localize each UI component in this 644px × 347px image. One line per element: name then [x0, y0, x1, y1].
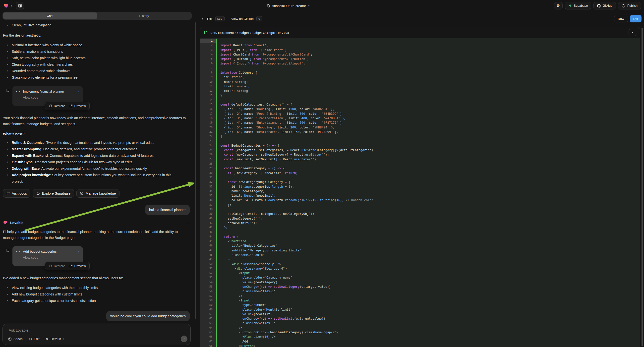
message-menu-button[interactable]: ··· [184, 220, 190, 225]
publish-button[interactable]: Publish [618, 2, 641, 10]
restore-button[interactable]: Restore [49, 104, 65, 108]
list-item-text: Debug with Ease: Activate our experiment… [12, 165, 148, 172]
code-line: 24▾const BudgetCategories = () => { [200, 144, 640, 148]
list-item: Add project knowledge: Set key context o… [3, 172, 190, 185]
file-card: src/components/budget/BudgetCategories.t… [200, 27, 640, 347]
code-panel: Exit ESC View on GitHub G Raw Diff src/c… [200, 12, 640, 347]
code-line: 8▾interface Category { [200, 70, 640, 75]
chip-manage-knowledge[interactable]: Manage knowledge [76, 189, 119, 198]
project-selector[interactable]: financial-future-creator ▾ [266, 0, 310, 12]
collapse-file-button[interactable] [628, 29, 636, 36]
topbar: ▾ financial-future-creator ▾ ⚙ Supabase … [0, 0, 644, 12]
line-number: 60 [200, 308, 216, 312]
chevron-right-icon: › [78, 250, 79, 254]
line-number: 6 [200, 61, 216, 66]
bookmark-icon[interactable] [6, 248, 10, 253]
code-panel-scrollbar[interactable] [642, 28, 643, 346]
supabase-button[interactable]: Supabase [565, 2, 591, 10]
code-line-text: /> [216, 294, 242, 298]
chip-visit-docs[interactable]: Visit docs [3, 189, 30, 198]
file-header: src/components/budget/BudgetCategories.t… [200, 27, 640, 38]
bullet-list: Clean, intuitive navigation [3, 22, 190, 28]
project-chevron-down-icon: ▾ [308, 4, 310, 7]
chat-scrollbar[interactable] [195, 22, 196, 318]
tab-history[interactable]: History [97, 12, 191, 19]
code-line-text: title="Budget Categories" [216, 244, 278, 248]
code-line: 63 className="flex-1" [200, 321, 640, 325]
line-number: 17 [200, 112, 216, 116]
line-number: 37 [200, 202, 216, 207]
line-number: 3 [200, 48, 216, 52]
edit-mode-button[interactable]: Edit [29, 337, 39, 341]
chat-history-tabs: Chat History [2, 12, 192, 20]
list-item-text: Expand with Backend: Connect Supabase to… [12, 152, 154, 159]
bullet-dot-icon [7, 174, 8, 176]
bullet-list: Refine & Customize: Tweak the design, an… [3, 140, 190, 185]
list-item: Expand with Backend: Connect Supabase to… [3, 152, 190, 159]
code-line: 66 <Plus size={16} /> [200, 334, 640, 339]
external-link-icon [70, 264, 73, 268]
chat-panel: Chat History Clean, intuitive navigation… [0, 12, 197, 347]
code-line-text: const handleAddCategory = () => { [216, 166, 285, 170]
composer-input[interactable]: Ask Lovable... [9, 328, 31, 332]
exit-button[interactable]: Exit [207, 17, 212, 21]
bullet-dot-icon [7, 162, 8, 162]
restore-button[interactable]: Restore [49, 264, 65, 268]
line-number: 14 [200, 98, 216, 102]
line-number: 7 [200, 66, 216, 70]
chevron-right-icon: › [78, 89, 79, 93]
preview-label: Preview [74, 104, 86, 108]
code-line-text: const [newCategory, setNewCategory] = Re… [216, 152, 329, 157]
bookmark-icon[interactable] [6, 88, 10, 92]
preview-label: Preview [74, 264, 86, 268]
view-code-link[interactable]: View code [23, 256, 79, 260]
code-line: 64 /> [200, 326, 640, 330]
github-button[interactable]: GitHub [594, 2, 616, 10]
code-line: 29▾ const handleAddCategory = () => { [200, 166, 640, 170]
composer[interactable]: Ask Lovable... Attach Edit Default ▾ [2, 324, 191, 345]
view-on-github-button[interactable]: View on GitHub [231, 17, 254, 21]
chip-explore-supabase[interactable]: Explore Supabase [33, 189, 74, 198]
raw-button[interactable]: Raw [614, 15, 628, 22]
line-number: 23 [200, 139, 216, 144]
tab-chat[interactable]: Chat [3, 12, 97, 19]
list-item-text: Rounded corners and subtle shadows [12, 68, 70, 74]
code-line: 13} [200, 93, 640, 98]
settings-button[interactable]: ⚙ [554, 2, 562, 10]
workspace-chevron-down-icon[interactable]: ▾ [11, 4, 12, 7]
attach-button[interactable]: Attach [8, 337, 23, 341]
code-line: 39 setCategories([...categories, newCate… [200, 212, 640, 216]
diff-button[interactable]: Diff [630, 15, 642, 22]
line-number: 63 [200, 321, 216, 325]
code-line-text: import { Input } from '@/components/ui/i… [216, 61, 305, 66]
code-line-text: const BudgetCategories = () => { [216, 144, 279, 148]
list-item-text: Glass-morphic elements for a premium fee… [12, 74, 78, 81]
panel-toggle-button[interactable] [16, 2, 24, 10]
line-number: 46 [200, 244, 216, 248]
line-number: 30 [200, 171, 216, 175]
code-line: 62 onChange={(e) => setNewLimit(e.target… [200, 316, 640, 321]
user-message-bubble: build a financial planner [145, 204, 190, 215]
line-number: 12 [200, 88, 216, 93]
line-number: 61 [200, 312, 216, 316]
project-name: financial-future-creator [272, 4, 306, 8]
preview-button[interactable]: Preview [70, 104, 86, 108]
code-line: 31 [200, 175, 640, 180]
code-line: 15▾const defaultCategories: Category[] =… [200, 102, 640, 107]
send-button[interactable]: ↑ [181, 336, 188, 342]
code-line-text: if (!newCategory || !newLimit) return; [216, 171, 298, 175]
preview-button[interactable]: Preview [70, 264, 86, 268]
chat-paragraph: I've added a new budget categories manag… [3, 275, 187, 281]
view-code-link[interactable]: View code [23, 96, 79, 99]
file-added-icon [204, 30, 208, 34]
code-line: 33 id: String(categories.length + 1), [200, 184, 640, 189]
code-line: 41 setNewLimit(''); [200, 221, 640, 225]
gear-icon: ⚙ [556, 4, 560, 8]
mode-selector[interactable]: Default ▾ [45, 337, 64, 341]
code-line-text: Add [216, 339, 248, 344]
line-number: 51 [200, 266, 216, 271]
code-line: 50 <div className="space-y-6"> [200, 262, 640, 266]
list-item: Refine & Customize: Tweak the design, an… [3, 140, 190, 146]
code-editor[interactable]: 12import React from 'react';3import { Pl… [200, 38, 640, 347]
code-line-text: const [newLimit, setNewLimit] = React.us… [216, 157, 318, 162]
